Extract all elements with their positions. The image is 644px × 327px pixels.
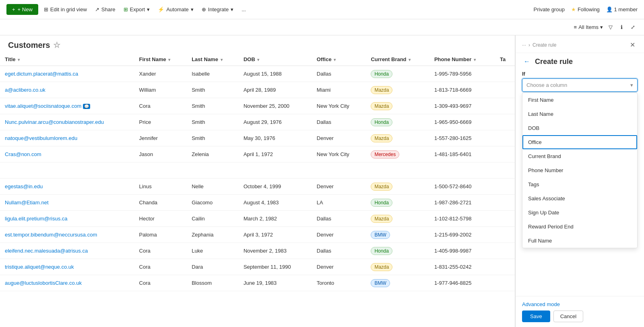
cell-brand: Honda <box>366 66 429 82</box>
cell-tags <box>495 98 515 114</box>
cell-title: eget.dictum.placerat@mattis.ca <box>0 66 134 82</box>
cell-brand: BMW <box>366 227 429 243</box>
all-items-button[interactable]: ≡ All Items ▾ <box>574 24 603 30</box>
panel-close-button[interactable]: ✕ <box>627 40 638 49</box>
cell-dob: May 30, 1976 <box>239 130 312 146</box>
integrate-icon: ⊕ <box>202 6 206 12</box>
cell-dob: August 29, 1976 <box>239 114 312 130</box>
customers-table: Title ▾ First Name ▾ Last Name ▾ DOB ▾ O… <box>0 53 515 291</box>
table-row[interactable]: Nunc.pulvinar.arcu@conubianostraper.edu … <box>0 114 515 130</box>
table-row[interactable]: augue@luctuslobortisClare.co.uk Cora Blo… <box>0 275 515 291</box>
col-office[interactable]: Office ▾ <box>312 53 366 66</box>
table-row[interactable]: eleifend.nec.malesuada@atrisus.ca Cora L… <box>0 243 515 259</box>
favorite-star-icon[interactable]: ☆ <box>53 40 60 50</box>
dropdown-item[interactable]: Current Brand <box>522 149 637 163</box>
second-bar: ≡ All Items ▾ ▽ ℹ ⤢ <box>0 19 644 35</box>
col-phone[interactable]: Phone Number ▾ <box>429 53 495 66</box>
cell-phone: 1-995-789-5956 <box>429 66 495 82</box>
table-row[interactable]: Nullam@Etiam.net Chanda Giacomo August 4… <box>0 195 515 211</box>
table-row[interactable]: tristique.aliquet@neque.co.uk Cora Dara … <box>0 259 515 275</box>
table-row[interactable]: vitae.aliquet@sociisnatoque.com💬 Cora Sm… <box>0 98 515 114</box>
column-dropdown-trigger[interactable]: Choose a column ▾ <box>522 78 638 92</box>
cell-first-name: Xander <box>134 66 187 82</box>
cell-tags <box>495 66 515 82</box>
following-badge[interactable]: ★ Following <box>571 6 600 12</box>
info-button[interactable]: ℹ <box>618 23 625 32</box>
save-button[interactable]: Save <box>522 311 550 322</box>
cell-last-name: Smith <box>187 82 239 98</box>
page-title: Customers ☆ <box>0 35 515 53</box>
table-scroll-container[interactable]: Title ▾ First Name ▾ Last Name ▾ DOB ▾ O… <box>0 53 515 327</box>
cell-office: Dallas <box>312 114 366 130</box>
dropdown-item[interactable]: Full Name <box>522 234 637 248</box>
dropdown-item[interactable]: Last Name <box>522 107 637 121</box>
grid-icon: ⊞ <box>44 6 48 12</box>
table-row[interactable]: ligula.elit.pretium@risus.ca Hector Cail… <box>0 211 515 227</box>
cell-phone: 1-987-286-2721 <box>429 195 495 211</box>
cell-phone: 1-500-572-8640 <box>429 179 495 195</box>
cell-phone: 1-215-699-2002 <box>429 227 495 243</box>
dropdown-item[interactable]: Reward Period End <box>522 220 637 234</box>
edit-grid-button[interactable]: ⊞ Edit in grid view <box>41 5 89 14</box>
cell-first-name: Linus <box>134 179 187 195</box>
integrate-button[interactable]: ⊕ Integrate ▾ <box>199 5 236 14</box>
dropdown-item[interactable]: DOB <box>522 121 637 135</box>
col-brand[interactable]: Current Brand ▾ <box>366 53 429 66</box>
integrate-chevron-icon: ▾ <box>231 6 233 12</box>
col-first-name[interactable]: First Name ▾ <box>134 53 187 66</box>
cell-dob: November 2, 1983 <box>239 243 312 259</box>
dropdown-item[interactable]: Phone Number <box>522 163 637 177</box>
top-bar: + + New ⊞ Edit in grid view ↗ Share ⊞ Ex… <box>0 0 644 19</box>
cell-dob: October 4, 1999 <box>239 179 312 195</box>
panel-back-button[interactable]: ← <box>522 57 532 66</box>
cell-brand: BMW <box>366 275 429 291</box>
cell-title: Cras@non.com <box>0 146 134 162</box>
cell-phone: 1-965-950-6669 <box>429 114 495 130</box>
dropdown-item[interactable]: Tags <box>522 177 637 191</box>
table-row[interactable]: a@aclibero.co.uk William Smith April 28,… <box>0 82 515 98</box>
star-icon: ★ <box>571 6 576 12</box>
cell-last-name: Smith <box>187 130 239 146</box>
cell-office: LA <box>312 195 366 211</box>
export-button[interactable]: ⊞ Export ▾ <box>121 5 153 14</box>
expand-button[interactable]: ⤢ <box>628 23 638 32</box>
table-row[interactable]: est.tempor.bibendum@neccursusa.com Palom… <box>0 227 515 243</box>
table-row[interactable] <box>0 162 515 179</box>
cancel-button[interactable]: Cancel <box>553 311 583 322</box>
table-row[interactable]: Cras@non.com Jason Zelenia April 1, 1972… <box>0 146 515 162</box>
more-button[interactable]: ... <box>239 5 248 14</box>
advanced-mode-link[interactable]: Advanced mode <box>522 301 638 307</box>
table-row[interactable]: eget.dictum.placerat@mattis.ca Xander Is… <box>0 66 515 82</box>
share-button[interactable]: ↗ Share <box>93 5 118 14</box>
cell-brand: Mazda <box>366 179 429 195</box>
cell-dob: November 25, 2000 <box>239 98 312 114</box>
cell-brand: Honda <box>366 195 429 211</box>
cell-dob: April 3, 1972 <box>239 227 312 243</box>
cell-office: Dallas <box>312 243 366 259</box>
private-group: Private group <box>534 6 565 12</box>
table-row[interactable]: natoque@vestibulumlorem.edu Jennifer Smi… <box>0 130 515 146</box>
dropdown-item[interactable]: Sales Associate <box>522 191 637 206</box>
table-row[interactable]: egestas@in.edu Linus Nelle October 4, 19… <box>0 179 515 195</box>
cell-dob: April 1, 1972 <box>239 146 312 162</box>
col-dob[interactable]: DOB ▾ <box>239 53 312 66</box>
cell-last-name: Isabelle <box>187 66 239 82</box>
automate-button[interactable]: ⚡ Automate ▾ <box>155 5 196 14</box>
col-tags[interactable]: Ta <box>495 53 515 66</box>
cell-first-name: Jason <box>134 146 187 162</box>
col-title[interactable]: Title ▾ <box>0 53 134 66</box>
list-area: Customers ☆ Title ▾ First Name ▾ Last Na… <box>0 35 515 327</box>
if-label: If <box>516 66 644 78</box>
col-last-name[interactable]: Last Name ▾ <box>187 53 239 66</box>
cell-first-name: William <box>134 82 187 98</box>
plus-icon: + <box>12 6 15 12</box>
filter-button[interactable]: ▽ <box>606 23 615 32</box>
dropdown-item[interactable]: Office <box>522 135 637 149</box>
new-button[interactable]: + + New <box>6 4 38 15</box>
cell-last-name: Zephania <box>187 227 239 243</box>
cell-title: vitae.aliquet@sociisnatoque.com💬 <box>0 98 134 114</box>
dropdown-item[interactable]: Sign Up Date <box>522 206 637 220</box>
cell-title: a@aclibero.co.uk <box>0 82 134 98</box>
dropdown-item[interactable]: First Name <box>522 93 637 107</box>
cell-title: eleifend.nec.malesuada@atrisus.ca <box>0 243 134 259</box>
